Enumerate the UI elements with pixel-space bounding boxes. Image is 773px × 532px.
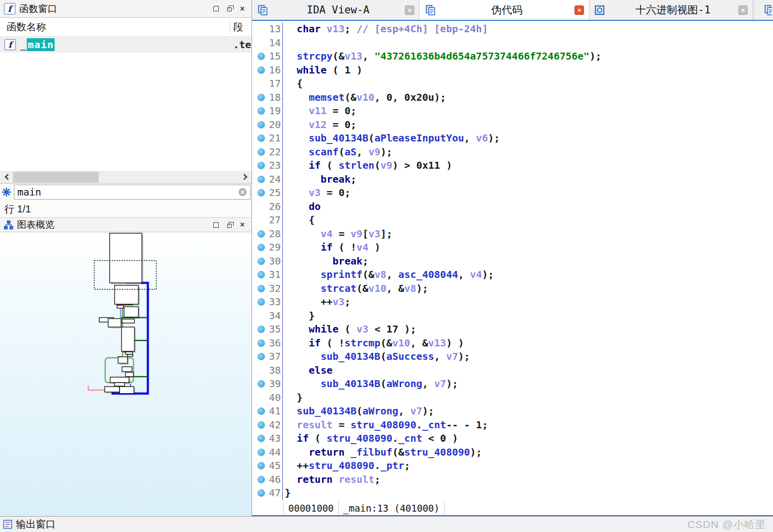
scrollbar-thumb[interactable] [13, 172, 99, 183]
breakpoint-dot[interactable] [258, 121, 265, 129]
restore-icon[interactable] [227, 224, 232, 228]
tab-close-icon[interactable]: × [575, 5, 584, 15]
code-line-25[interactable]: 25 v3 = 0; [252, 186, 773, 200]
breakpoint-dot[interactable] [258, 476, 265, 483]
scroll-left-button[interactable] [0, 171, 13, 184]
breakpoint-dot[interactable] [258, 435, 265, 442]
breakpoint-dot[interactable] [258, 298, 265, 306]
code-line-20[interactable]: 20 v12 = 0; [252, 118, 773, 132]
line-number: 36 [269, 336, 283, 350]
maximize-icon[interactable] [213, 222, 219, 228]
code-line-33[interactable]: 33 ++v3; [252, 295, 773, 309]
breakpoint-dot[interactable] [258, 94, 265, 101]
function-row-main[interactable]: f _main .te [0, 37, 252, 53]
code-line-46[interactable]: 46 return result; [252, 473, 773, 487]
code-line-24[interactable]: 24 break; [252, 173, 773, 187]
breakpoint-dot[interactable] [258, 66, 265, 74]
breakpoint-dot[interactable] [258, 53, 265, 60]
column-header-segment[interactable]: 段 [233, 20, 243, 34]
breakpoint-dot[interactable] [258, 176, 265, 183]
tab-ida-view-a[interactable]: IDA View-A× [252, 0, 420, 20]
code-line-21[interactable]: 21 sub_40134B(aPleaseInputYou, v6); [252, 132, 773, 145]
breakpoint-dot[interactable] [258, 148, 265, 156]
code-line-34[interactable]: 34 } [252, 309, 773, 323]
code-line-39[interactable]: 39 sub_40134B(aWrong, v7); [252, 377, 773, 391]
code-line-16[interactable]: 16 while ( 1 ) [252, 64, 773, 77]
code-line-31[interactable]: 31 sprintf(&v8, asc_408044, v4); [252, 268, 773, 282]
breakpoint-dot[interactable] [258, 462, 265, 469]
search-box[interactable] [14, 185, 251, 200]
code-line-28[interactable]: 28 v4 = v9[v3]; [252, 227, 773, 241]
breakpoint-dot[interactable] [258, 230, 265, 238]
code-text: else [283, 364, 332, 378]
tab-close-icon[interactable]: × [405, 5, 414, 15]
close-icon[interactable]: × [240, 6, 245, 12]
code-line-35[interactable]: 35 while ( v3 < 17 ); [252, 323, 773, 336]
line-number: 13 [269, 22, 283, 36]
code-line-27[interactable]: 27 { [252, 213, 773, 227]
tab-pseudocode[interactable]: 伪代码× [420, 0, 589, 20]
code-line-47[interactable]: 47} [252, 486, 773, 500]
code-line-45[interactable]: 45 ++stru_408090._ptr; [252, 459, 773, 473]
code-line-26[interactable]: 26 do [252, 200, 773, 214]
breakpoint-dot[interactable] [258, 326, 265, 333]
breakpoint-dot[interactable] [258, 449, 265, 456]
code-line-30[interactable]: 30 break; [252, 255, 773, 268]
code-line-22[interactable]: 22 scanf(aS, v9); [252, 145, 773, 159]
breakpoint-dot[interactable] [258, 380, 265, 388]
code-line-37[interactable]: 37 sub_40134B(aSuccess, v7); [252, 350, 773, 364]
code-line-29[interactable]: 29 if ( !v4 ) [252, 241, 773, 255]
code-line-14[interactable]: 14 [252, 36, 773, 50]
breakpoint-dot[interactable] [258, 271, 265, 278]
tab-partial[interactable] [753, 0, 772, 20]
breakpoint-dot[interactable] [258, 258, 265, 265]
breakpoint-dot[interactable] [258, 489, 265, 497]
line-number: 22 [269, 145, 283, 159]
search-input[interactable] [17, 186, 238, 198]
clear-search-icon[interactable] [238, 188, 247, 197]
code-text: scanf(aS, v9); [283, 145, 392, 159]
breakpoint-dot[interactable] [258, 407, 265, 415]
code-line-36[interactable]: 36 if ( !strcmp(&v10, &v13) ) [252, 336, 773, 350]
graph-overview-canvas[interactable] [0, 232, 252, 516]
breakpoint-dot[interactable] [258, 134, 265, 142]
code-text: } [283, 391, 303, 405]
code-line-23[interactable]: 23 if ( strlen(v9) > 0x11 ) [252, 159, 773, 173]
code-line-42[interactable]: 42 result = stru_408090._cnt-- - 1; [252, 418, 773, 432]
breakpoint-dot[interactable] [258, 285, 265, 292]
code-line-41[interactable]: 41 sub_40134B(aWrong, v7); [252, 404, 773, 418]
code-text [283, 36, 285, 50]
code-text: result = stru_408090._cnt-- - 1; [283, 418, 488, 432]
function-search-row [0, 184, 252, 200]
code-line-15[interactable]: 15 strcpy(&v13, "437261636b4d654a7573744… [252, 50, 773, 64]
code-line-17[interactable]: 17 { [252, 77, 773, 91]
column-divider[interactable] [230, 20, 230, 34]
breakpoint-dot[interactable] [258, 244, 265, 251]
tab-bar: IDA View-A×伪代码×十六进制视图-1× [252, 0, 773, 21]
horizontal-scrollbar[interactable] [0, 171, 252, 184]
breakpoint-dot[interactable] [258, 353, 265, 360]
code-line-18[interactable]: 18 memset(&v10, 0, 0x20u); [252, 91, 773, 105]
code-line-38[interactable]: 38 else [252, 364, 773, 378]
code-line-43[interactable]: 43 if ( stru_408090._cnt < 0 ) [252, 432, 773, 446]
code-line-40[interactable]: 40 } [252, 391, 773, 405]
code-text: sub_40134B(aWrong, v7); [283, 404, 434, 418]
code-line-13[interactable]: 13 char v13; // [esp+4Ch] [ebp-24h] [252, 22, 773, 36]
scroll-right-button[interactable] [239, 171, 252, 184]
pseudocode-view[interactable]: 13 char v13; // [esp+4Ch] [ebp-24h]1415 … [252, 21, 773, 501]
breakpoint-dot[interactable] [258, 162, 265, 169]
breakpoint-dot[interactable] [258, 421, 265, 429]
close-icon[interactable]: × [240, 222, 245, 228]
code-line-32[interactable]: 32 strcat(&v10, &v8); [252, 282, 773, 296]
maximize-icon[interactable] [213, 6, 219, 11]
tab-hexview-1[interactable]: 十六进制视图-1× [589, 0, 753, 20]
breakpoint-dot[interactable] [258, 339, 265, 347]
search-match-highlight: main [27, 38, 55, 51]
restore-icon[interactable] [227, 7, 232, 11]
column-header-name[interactable]: 函数名称 [0, 20, 46, 34]
breakpoint-dot[interactable] [258, 107, 265, 115]
code-line-19[interactable]: 19 v11 = 0; [252, 104, 773, 118]
code-line-44[interactable]: 44 return _filbuf(&stru_408090); [252, 446, 773, 460]
tab-close-icon[interactable]: × [738, 5, 748, 15]
breakpoint-dot[interactable] [258, 189, 265, 197]
